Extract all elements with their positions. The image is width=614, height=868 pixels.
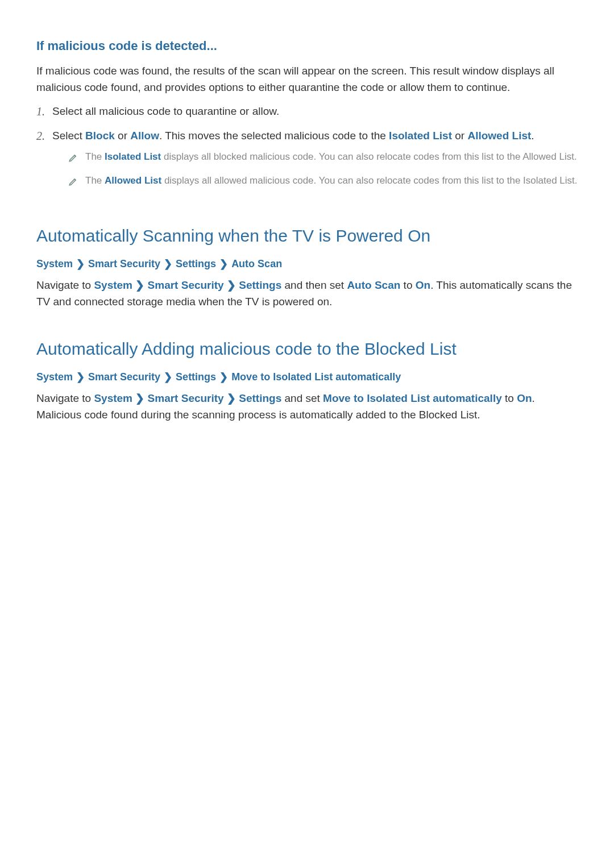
breadcrumb-item: Settings xyxy=(176,256,216,272)
breadcrumb-item: Settings xyxy=(176,369,216,385)
chevron-icon: ❯ xyxy=(135,392,144,404)
breadcrumb-item: Move to Isolated List automatically xyxy=(231,369,401,385)
text-fragment: . xyxy=(531,130,534,142)
step-body: Select Block or Allow. This moves the se… xyxy=(52,128,578,197)
breadcrumb-auto-scan: System ❯ Smart Security ❯ Settings ❯ Aut… xyxy=(36,256,578,272)
keyword-block: Block xyxy=(85,130,115,142)
step-1: 1. Select all malicious code to quaranti… xyxy=(36,103,578,120)
breadcrumb-item: Auto Scan xyxy=(231,256,282,272)
chevron-icon: ❯ xyxy=(76,369,85,385)
text-fragment: to xyxy=(400,279,415,291)
note-text: The Allowed List displays all allowed ma… xyxy=(85,173,578,188)
text-fragment: and set xyxy=(281,392,323,404)
text-fragment: . This moves the selected malicious code… xyxy=(159,130,389,142)
section-title-auto-scan: Automatically Scanning when the TV is Po… xyxy=(36,223,578,248)
chevron-icon: ❯ xyxy=(227,392,236,404)
breadcrumb-item: System xyxy=(36,369,73,385)
notes-list: The Isolated List displays all blocked m… xyxy=(52,149,578,188)
keyword-allowed-list: Allowed List xyxy=(105,175,161,186)
text-fragment: displays all allowed malicious code. You… xyxy=(161,175,577,186)
setting-auto-scan: Auto Scan xyxy=(347,279,400,291)
text-fragment: Navigate to xyxy=(36,279,94,291)
chevron-icon: ❯ xyxy=(164,369,172,385)
step-2: 2. Select Block or Allow. This moves the… xyxy=(36,128,578,197)
nav-smart-security: Smart Security xyxy=(148,279,224,291)
text-fragment: The xyxy=(85,175,105,186)
blocked-list-paragraph: Navigate to System ❯ Smart Security ❯ Se… xyxy=(36,391,578,423)
keyword-allow: Allow xyxy=(130,130,159,142)
value-on: On xyxy=(416,279,430,291)
subheading-if-detected: If malicious code is detected... xyxy=(36,36,578,55)
nav-system: System xyxy=(94,279,132,291)
breadcrumb-item: Smart Security xyxy=(88,369,160,385)
text-fragment: or xyxy=(452,130,467,142)
chevron-icon: ❯ xyxy=(227,279,236,291)
intro-paragraph: If malicious code was found, the results… xyxy=(36,63,578,95)
keyword-isolated-list: Isolated List xyxy=(389,130,452,142)
chevron-icon: ❯ xyxy=(76,256,85,272)
pencil-icon xyxy=(68,151,78,161)
auto-scan-paragraph: Navigate to System ❯ Smart Security ❯ Se… xyxy=(36,277,578,310)
setting-move-to-isolated: Move to Isolated List automatically xyxy=(323,392,502,404)
breadcrumb-blocked-list: System ❯ Smart Security ❯ Settings ❯ Mov… xyxy=(36,369,578,385)
chevron-icon: ❯ xyxy=(164,256,172,272)
nav-settings: Settings xyxy=(239,392,281,404)
step-body: Select all malicious code to quarantine … xyxy=(52,103,578,120)
section-title-blocked-list: Automatically Adding malicious code to t… xyxy=(36,336,578,362)
note-text: The Isolated List displays all blocked m… xyxy=(85,149,578,164)
breadcrumb-item: Smart Security xyxy=(88,256,160,272)
note-isolated-list: The Isolated List displays all blocked m… xyxy=(68,149,578,164)
note-allowed-list: The Allowed List displays all allowed ma… xyxy=(68,173,578,188)
keyword-isolated-list: Isolated List xyxy=(105,151,161,162)
text-fragment: to xyxy=(502,392,517,404)
document-page: If malicious code is detected... If mali… xyxy=(0,0,614,868)
chevron-icon: ❯ xyxy=(219,256,228,272)
text-fragment: and then set xyxy=(281,279,347,291)
value-on: On xyxy=(517,392,532,404)
text-fragment: Navigate to xyxy=(36,392,94,404)
chevron-icon: ❯ xyxy=(135,279,144,291)
text-fragment: displays all blocked malicious code. You… xyxy=(161,151,576,162)
step-number: 1. xyxy=(36,103,52,119)
chevron-icon: ❯ xyxy=(219,369,228,385)
pencil-icon xyxy=(68,175,78,185)
nav-system: System xyxy=(94,392,132,404)
text-fragment: The xyxy=(85,151,105,162)
keyword-allowed-list: Allowed List xyxy=(467,130,531,142)
text-fragment: Select xyxy=(52,130,85,142)
nav-settings: Settings xyxy=(239,279,281,291)
nav-smart-security: Smart Security xyxy=(148,392,224,404)
steps-list: 1. Select all malicious code to quaranti… xyxy=(36,103,578,197)
breadcrumb-item: System xyxy=(36,256,73,272)
step-text: Select Block or Allow. This moves the se… xyxy=(52,130,534,142)
text-fragment: or xyxy=(115,130,130,142)
step-number: 2. xyxy=(36,128,52,144)
